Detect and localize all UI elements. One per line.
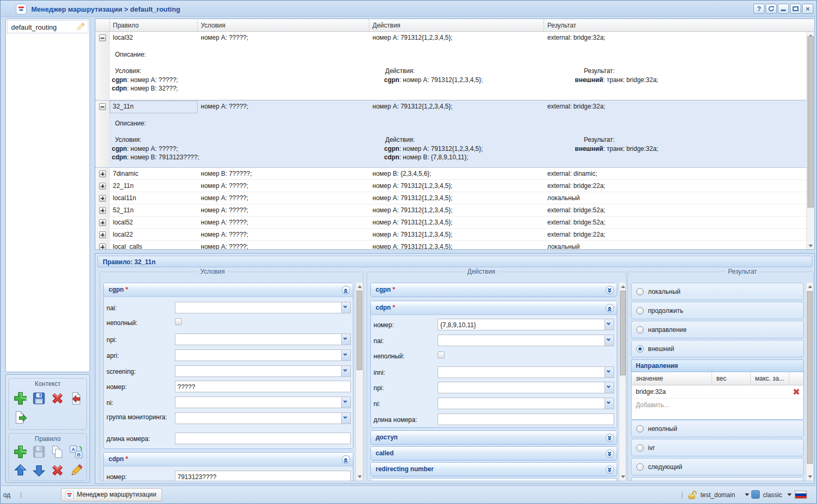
act-ni-combo[interactable] [438,398,614,409]
expand-icon[interactable] [606,449,614,458]
combo-trigger[interactable] [341,397,350,408]
act-cdpn-header[interactable]: cdpn * [371,301,617,315]
save-context-button[interactable] [32,391,46,406]
collapse-row-icon[interactable] [99,103,106,110]
edit-pencil-icon[interactable] [75,22,85,34]
scroll-thumb[interactable] [357,291,362,370]
domain-caret-icon[interactable] [745,493,749,496]
act-access-header[interactable]: доступ [371,431,617,445]
act-redirecting-header[interactable]: redirecting number [371,463,617,476]
expand-row-icon[interactable] [99,207,106,214]
act-inni-combo[interactable] [438,366,614,378]
radio-icon-selected[interactable] [636,345,644,353]
table-row-7dinamic[interactable]: 7dinamic номер В: 7?????; номер В: {2,3,… [95,168,806,180]
result-option-incomplete[interactable]: неполный [631,420,804,437]
cond-cgpn-header[interactable]: cgpn * [104,283,353,297]
scroll-thumb[interactable] [620,291,626,375]
delete-direction-icon[interactable] [792,388,801,398]
direction-row[interactable]: bridge:32a [632,385,803,399]
add-direction-row[interactable]: Добавить... [632,399,803,411]
act-number-combo[interactable]: {7,8,9,10,11} [438,319,614,330]
result-option-continue[interactable]: продолжить [631,302,804,319]
import-context-button[interactable] [69,391,83,406]
combo-trigger[interactable] [341,302,350,313]
act-npi-combo[interactable] [438,382,614,393]
cond-ni-combo[interactable] [175,397,351,408]
column-header-res[interactable]: Результат [544,19,814,31]
expand-row-icon[interactable] [99,231,106,238]
cond-apri-combo[interactable] [175,349,351,361]
cond-incomplete-checkbox[interactable] [175,318,182,325]
combo-trigger[interactable] [341,334,350,345]
collapse-row-icon[interactable] [99,34,106,41]
expand-row-icon[interactable] [99,170,106,177]
table-row-local52[interactable]: local52 номер А: ?????; номер А: 791312{… [95,217,806,229]
act-nai-combo[interactable] [438,335,614,346]
table-row-local32[interactable]: local32 номер А: ?????; номер А: 791312{… [95,32,806,100]
scroll-thumb[interactable] [807,36,814,208]
column-header-rule[interactable]: Правило [110,19,198,31]
combo-trigger[interactable] [605,367,614,377]
cond-npi-combo[interactable] [175,334,351,345]
language-flag-icon[interactable] [795,491,807,499]
expander-column-header[interactable] [95,19,110,31]
scroll-up-arrow[interactable] [619,283,626,291]
result-option-direction[interactable]: направление [631,321,804,338]
copy-rule-button[interactable] [50,445,65,459]
combo-trigger[interactable] [341,366,350,376]
context-list-item[interactable]: default_routing [7,20,88,33]
refresh-button[interactable] [766,4,777,14]
minimize-button[interactable] [778,4,789,14]
cond-cdpn-header[interactable]: cdpn * [104,453,353,466]
taskbar-app-button[interactable]: Менеджер маршрутизации [61,488,162,501]
move-up-button[interactable] [13,463,28,478]
add-context-button[interactable] [13,391,28,406]
result-option-local[interactable]: локальный [631,283,804,300]
theme-selector[interactable]: classic [763,491,782,499]
expand-row-icon[interactable] [99,219,106,226]
result-option-external[interactable]: внешний [631,340,804,357]
cond-nai-combo[interactable] [175,302,351,313]
help-button[interactable]: ? [753,4,765,14]
table-row-52-11n[interactable]: 52_11n номер А: ?????; номер А: 791312{1… [95,204,806,217]
table-row-local-calls[interactable]: local_calls номер А: ?????; номер А: 791… [95,241,806,250]
delete-context-button[interactable] [50,391,65,406]
radio-icon[interactable] [636,463,644,471]
table-row-local22[interactable]: local22 номер А: ?????; номер А: 791312{… [95,229,806,241]
scroll-down-arrow[interactable] [807,242,814,250]
combo-trigger[interactable] [605,319,614,330]
move-down-button[interactable] [32,463,46,478]
export-context-button[interactable] [13,410,28,425]
act-cgpn-header[interactable]: cgpn * [371,283,617,297]
collapse-icon[interactable] [606,304,614,312]
result-option-next[interactable]: следующий [631,458,804,475]
table-row-32-11n-selected[interactable]: 32_11n номер А: ?????; номер А: 791312{1… [95,100,806,168]
act-number-length-input[interactable] [438,413,614,425]
act-called-header[interactable]: called [371,447,617,461]
save-rule-button[interactable] [32,445,46,459]
radio-icon[interactable] [636,288,644,295]
result-scrollbar[interactable] [806,283,813,481]
act-incomplete-checkbox[interactable] [438,352,445,358]
scroll-up-arrow[interactable] [356,283,363,291]
expand-icon[interactable] [606,286,614,294]
col-weight[interactable]: вес [712,372,751,385]
cond-number-input[interactable]: ????? [175,381,351,392]
scroll-down-arrow[interactable] [619,473,626,481]
expand-icon[interactable] [606,434,614,442]
conditions-scrollbar[interactable] [356,283,363,481]
domain-selector[interactable]: test_domain [700,491,735,499]
delete-rule-button[interactable] [50,463,65,478]
grid-vertical-scrollbar[interactable] [806,32,814,250]
table-row-local11n[interactable]: local11n номер А: ?????; номер А: 791312… [95,192,806,204]
actions-scrollbar[interactable] [619,283,626,481]
radio-icon[interactable] [636,444,644,452]
column-header-act[interactable]: Действия [369,19,544,31]
combo-trigger[interactable] [605,335,614,346]
expand-icon[interactable] [606,465,614,474]
expand-row-icon[interactable] [99,183,106,190]
scroll-down-arrow[interactable] [356,473,363,481]
maximize-button[interactable] [790,4,801,14]
cond-cdpn-number-input[interactable]: 7913123???? [175,471,351,481]
expand-row-icon[interactable] [99,195,106,202]
